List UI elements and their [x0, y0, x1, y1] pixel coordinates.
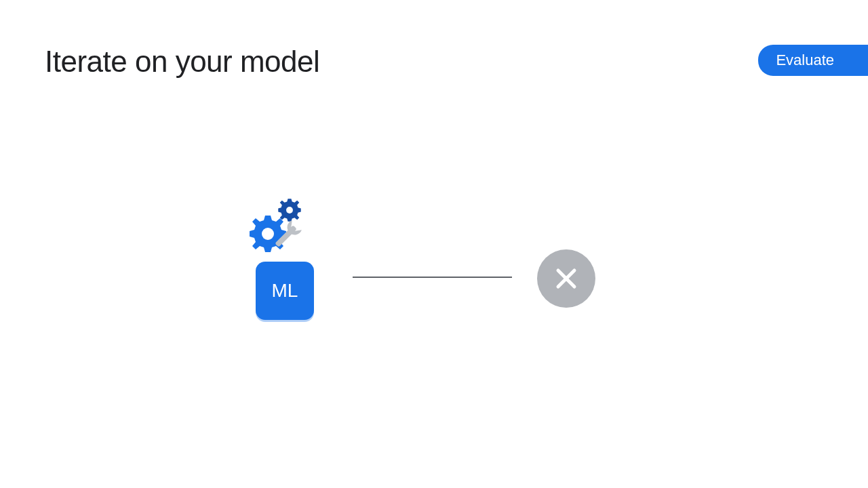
- evaluate-chip-label: Evaluate: [776, 52, 834, 68]
- svg-point-0: [262, 228, 274, 240]
- evaluate-chip: Evaluate: [758, 45, 868, 76]
- slide-title: Iterate on your model: [45, 45, 319, 79]
- svg-point-3: [294, 220, 302, 228]
- gears-and-wrench-icon: [248, 197, 326, 258]
- connector-line: [353, 277, 512, 278]
- svg-point-1: [286, 207, 293, 214]
- close-circle: [537, 249, 595, 308]
- ml-block-label: ML: [272, 280, 298, 302]
- diagram-container: ML: [248, 197, 600, 325]
- close-icon: [554, 266, 578, 291]
- ml-block: ML: [256, 262, 314, 320]
